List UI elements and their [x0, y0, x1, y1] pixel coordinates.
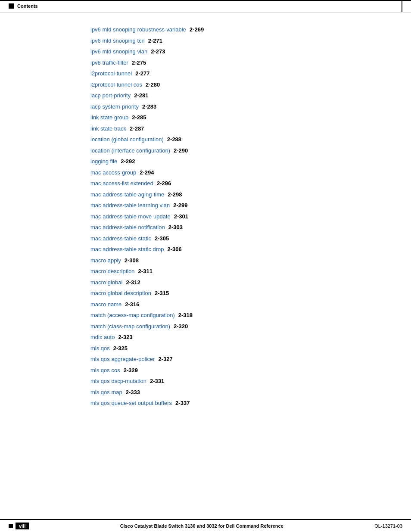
footer-page-number: viii — [16, 523, 29, 529]
toc-page: 2-271 — [148, 37, 162, 45]
toc-page: 2-281 — [134, 91, 148, 100]
toc-entry: macro apply2-308 — [90, 256, 385, 265]
toc-link[interactable]: mls qos aggregate-policer — [90, 355, 155, 364]
top-right-line — [402, 0, 402, 12]
toc-page: 2-269 — [190, 25, 204, 34]
toc-entry: mac address-table learning vlan2-299 — [90, 201, 385, 210]
toc-entry: ipv6 mld snooping vlan2-273 — [90, 47, 385, 56]
toc-entry: mac address-table move update2-301 — [90, 212, 385, 221]
toc-entry: macro description2-311 — [90, 267, 385, 276]
toc-entry: mls qos map2-333 — [90, 388, 385, 397]
toc-page: 2-306 — [168, 245, 182, 254]
toc-link[interactable]: ipv6 mld snooping tcn — [90, 37, 145, 45]
toc-link[interactable]: mac address-table notification — [90, 223, 165, 232]
toc-page: 2-292 — [121, 157, 135, 166]
header: Contents — [0, 0, 411, 12]
toc-link[interactable]: mls qos dscp-mutation — [90, 377, 146, 386]
toc-link[interactable]: mac address-table static drop — [90, 245, 164, 254]
toc-link[interactable]: location (interface configuration) — [90, 146, 170, 155]
toc-entry: mac address-table aging-time2-298 — [90, 190, 385, 199]
toc-page: 2-325 — [113, 344, 128, 353]
toc-link[interactable]: macro global description — [90, 289, 151, 298]
toc-link[interactable]: link state track — [90, 124, 126, 133]
toc-entry: mac address-table notification2-303 — [90, 223, 385, 232]
toc-entry: macro global description2-315 — [90, 289, 385, 298]
toc-link[interactable]: l2protocol-tunnel cos — [90, 81, 142, 89]
toc-page: 2-315 — [155, 289, 169, 298]
toc-page: 2-333 — [126, 388, 140, 397]
toc-entry: mls qos cos2-329 — [90, 366, 385, 375]
toc-entry: location (interface configuration)2-290 — [90, 146, 385, 155]
toc-entry: mac access-list extended2-296 — [90, 179, 385, 188]
toc-link[interactable]: lacp system-priority — [90, 103, 139, 111]
toc-link[interactable]: l2protocol-tunnel — [90, 69, 132, 78]
toc-page: 2-337 — [175, 399, 190, 408]
footer-left: viii — [9, 523, 29, 529]
toc-page: 2-320 — [174, 322, 188, 331]
toc-page: 2-318 — [178, 311, 193, 320]
toc-page: 2-327 — [159, 355, 173, 364]
toc-entry: match (access-map configuration)2-318 — [90, 311, 385, 320]
toc-link[interactable]: link state group — [90, 113, 128, 122]
toc-entry: l2protocol-tunnel2-277 — [90, 69, 385, 78]
toc-link[interactable]: macro name — [90, 300, 121, 309]
toc-page: 2-301 — [174, 212, 188, 221]
toc-entry: ipv6 traffic-filter2-275 — [90, 59, 385, 67]
toc-entry: l2protocol-tunnel cos2-280 — [90, 81, 385, 89]
toc-page: 2-299 — [173, 201, 187, 210]
toc-page: 2-308 — [125, 256, 139, 265]
toc-link[interactable]: mac access-list extended — [90, 179, 153, 188]
toc-entry: ipv6 mld snooping tcn2-271 — [90, 37, 385, 45]
toc-link[interactable]: macro description — [90, 267, 135, 276]
toc-entry: mac address-table static2-305 — [90, 234, 385, 243]
toc-content: ipv6 mld snooping robustness-variable2-2… — [0, 12, 411, 436]
toc-link[interactable]: mls qos — [90, 344, 110, 353]
toc-entry: mls qos queue-set output buffers2-337 — [90, 399, 385, 408]
toc-link[interactable]: macro apply — [90, 256, 121, 265]
toc-entry: link state track2-287 — [90, 124, 385, 133]
toc-link[interactable]: mac access-group — [90, 168, 136, 177]
toc-link[interactable]: macro global — [90, 278, 122, 287]
toc-page: 2-311 — [138, 267, 153, 276]
toc-link[interactable]: match (class-map configuration) — [90, 322, 170, 331]
toc-link[interactable]: ipv6 mld snooping robustness-variable — [90, 25, 186, 34]
toc-page: 2-298 — [168, 190, 182, 199]
toc-entry: mls qos aggregate-policer2-327 — [90, 355, 385, 364]
top-border — [0, 0, 411, 1]
toc-entry: mls qos dscp-mutation2-331 — [90, 377, 385, 386]
toc-page: 2-305 — [155, 234, 169, 243]
toc-entry: match (class-map configuration)2-320 — [90, 322, 385, 331]
toc-link[interactable]: location (global configuration) — [90, 135, 164, 144]
toc-link[interactable]: match (access-map configuration) — [90, 311, 175, 320]
footer-icon — [9, 524, 13, 528]
toc-page: 2-303 — [168, 223, 183, 232]
toc-entry: macro global2-312 — [90, 278, 385, 287]
toc-link[interactable]: mac address-table aging-time — [90, 190, 164, 199]
toc-page: 2-273 — [151, 47, 165, 56]
toc-entry: ipv6 mld snooping robustness-variable2-2… — [90, 25, 385, 34]
toc-page: 2-294 — [140, 168, 154, 177]
toc-entry: link state group2-285 — [90, 113, 385, 122]
toc-page: 2-277 — [135, 69, 149, 78]
toc-link[interactable]: mls qos cos — [90, 366, 120, 375]
toc-link[interactable]: mac address-table move update — [90, 212, 171, 221]
toc-link[interactable]: mdix auto — [90, 333, 115, 342]
toc-link[interactable]: ipv6 traffic-filter — [90, 59, 128, 67]
toc-entry: macro name2-316 — [90, 300, 385, 309]
toc-link[interactable]: mls qos queue-set output buffers — [90, 399, 172, 408]
toc-entry: mdix auto2-323 — [90, 333, 385, 342]
toc-entry: mac access-group2-294 — [90, 168, 385, 177]
toc-entry: mls qos2-325 — [90, 344, 385, 353]
toc-page: 2-323 — [118, 333, 132, 342]
toc-link[interactable]: ipv6 mld snooping vlan — [90, 47, 147, 56]
toc-link[interactable]: mac address-table static — [90, 234, 151, 243]
toc-link[interactable]: mac address-table learning vlan — [90, 201, 170, 210]
toc-page: 2-285 — [132, 113, 146, 122]
toc-link[interactable]: logging file — [90, 157, 117, 166]
toc-entry: lacp system-priority2-283 — [90, 103, 385, 111]
toc-link[interactable]: lacp port-priority — [90, 91, 131, 100]
toc-page: 2-283 — [142, 103, 156, 111]
toc-page: 2-275 — [132, 59, 146, 67]
toc-entry: lacp port-priority2-281 — [90, 91, 385, 100]
toc-link[interactable]: mls qos map — [90, 388, 122, 397]
